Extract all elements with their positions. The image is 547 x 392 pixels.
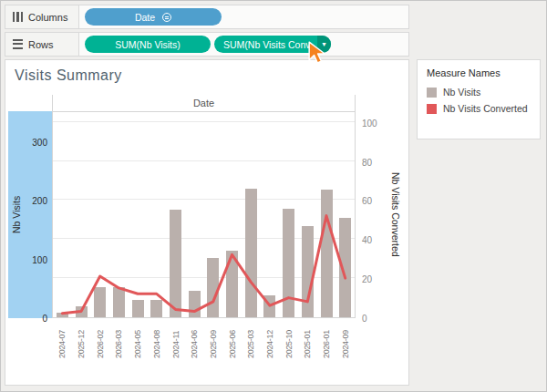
x-axis-label[interactable]: 2024-08 xyxy=(152,330,161,358)
rows-icon xyxy=(13,39,23,49)
x-axis-label[interactable]: 2024-11 xyxy=(171,331,181,358)
legend-item-label: Nb Visits Converted xyxy=(443,103,528,114)
x-axis-label[interactable]: 2025-12 xyxy=(77,330,86,358)
legend-title: Measure Names xyxy=(427,67,531,78)
x-axis-label[interactable]: 2024-07 xyxy=(57,330,67,358)
left-axis-ticks: 0100200300 xyxy=(8,111,52,318)
right-tick-label: 60 xyxy=(362,196,372,206)
nb-visits-swatch xyxy=(427,88,437,98)
legend-card: Measure Names Nb Visits Nb Visits Conver… xyxy=(417,59,541,139)
x-axis-labels: 2024-072025-122026-022026-032024-052024-… xyxy=(52,318,356,377)
legend-item[interactable]: Nb Visits xyxy=(427,87,531,98)
x-axis-label[interactable]: 2024-09 xyxy=(341,330,350,358)
left-tick-label: 300 xyxy=(32,138,47,148)
converted-line-layer xyxy=(53,112,355,317)
pill-sum-nb-visits[interactable]: SUM(Nb Visits) xyxy=(85,36,211,53)
columns-icon xyxy=(13,12,23,22)
right-axis-title: Nb Visits Converted xyxy=(388,111,401,318)
left-axis-highlight[interactable]: Nb Visits 0100200300 xyxy=(8,111,52,318)
x-axis-label[interactable]: 2025-09 xyxy=(209,330,218,358)
columns-shelf: Columns Date xyxy=(5,5,409,29)
right-tick-label: 40 xyxy=(362,235,372,245)
x-axis-label[interactable]: 2025-06 xyxy=(228,330,237,358)
legend-item-label: Nb Visits xyxy=(443,87,480,98)
date-column-header[interactable]: Date xyxy=(52,95,356,111)
legend-item[interactable]: Nb Visits Converted xyxy=(427,103,531,114)
rows-shelf: Rows SUM(Nb Visits) SUM(Nb Visits Conv..… xyxy=(5,32,409,57)
tableau-window: Columns Date Rows SUM(Nb Visits) SUM(Nb … xyxy=(0,0,547,392)
columns-shelf-label: Columns xyxy=(5,5,79,28)
right-axis-ticks: 020406080100 xyxy=(356,111,384,318)
pill-sum-nb-visits-converted-label: SUM(Nb Visits Conv.. xyxy=(214,39,315,50)
right-tick-label: 80 xyxy=(362,158,372,168)
left-tick-label: 200 xyxy=(32,196,47,206)
right-tick-label: 0 xyxy=(362,314,367,324)
pill-sum-nb-visits-label: SUM(Nb Visits) xyxy=(115,39,181,50)
x-axis-label[interactable]: 2024-12 xyxy=(265,330,274,358)
columns-label: Columns xyxy=(28,12,67,23)
rows-shelf-label: Rows xyxy=(5,33,79,56)
sheet-title: Visits Summary xyxy=(15,67,122,84)
x-axis-label[interactable]: 2025-03 xyxy=(246,330,255,358)
x-axis-label[interactable]: 2024-06 xyxy=(190,330,199,358)
pill-date[interactable]: Date xyxy=(85,8,222,26)
plot-area[interactable] xyxy=(52,111,356,318)
chart-card: Visits Summary Date Nb Visits 0100200300… xyxy=(5,59,409,386)
left-tick-label: 0 xyxy=(42,314,47,324)
converted-line[interactable] xyxy=(62,216,345,314)
right-tick-label: 20 xyxy=(362,274,372,284)
columns-tray[interactable]: Date xyxy=(79,5,408,28)
x-axis-label[interactable]: 2025-01 xyxy=(303,330,312,358)
right-tick-label: 100 xyxy=(362,119,377,129)
rows-label: Rows xyxy=(28,39,54,50)
x-axis-label[interactable]: 2025-10 xyxy=(284,330,294,358)
left-tick-label: 100 xyxy=(32,255,47,265)
x-axis-label[interactable]: 2026-03 xyxy=(114,330,123,358)
nb-visits-converted-swatch xyxy=(427,104,437,114)
pill-date-label: Date xyxy=(135,12,155,23)
pill-menu-icon[interactable] xyxy=(162,13,171,22)
rows-tray[interactable]: SUM(Nb Visits) SUM(Nb Visits Conv.. ▼ xyxy=(79,33,408,56)
x-axis-label[interactable]: 2024-05 xyxy=(133,330,142,358)
x-axis-label[interactable]: 2026-02 xyxy=(96,330,105,358)
cursor-pointer-icon xyxy=(307,41,327,65)
x-axis-label[interactable]: 2026-01 xyxy=(322,330,331,358)
